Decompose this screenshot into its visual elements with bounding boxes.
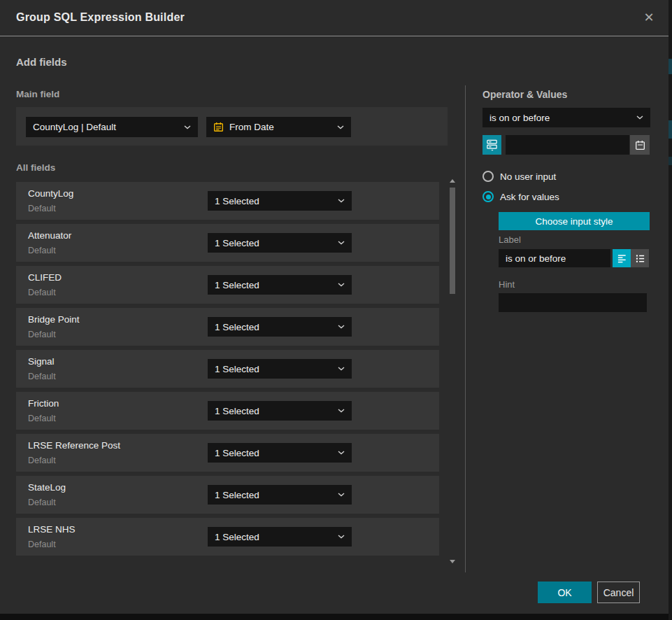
operator-values-heading: Operator & Values bbox=[482, 89, 567, 100]
field-row-sublabel: Default bbox=[28, 204, 56, 213]
choose-input-style-button[interactable]: Choose input style bbox=[499, 212, 650, 230]
field-row-sublabel: Default bbox=[28, 372, 56, 381]
title-bar: Group SQL Expression Builder ✕ bbox=[0, 0, 669, 36]
field-row-sublabel: Default bbox=[28, 330, 56, 339]
close-icon[interactable]: ✕ bbox=[641, 9, 657, 26]
operator-dropdown-value: is on or before bbox=[489, 113, 550, 123]
operator-dropdown[interactable]: is on or before bbox=[482, 108, 650, 127]
field-row: LRSE NHS Default 1 Selected bbox=[16, 518, 439, 556]
main-field-heading: Main field bbox=[16, 89, 59, 99]
chevron-down-icon bbox=[338, 409, 345, 413]
bullet-list-icon bbox=[635, 253, 645, 264]
label-caption: Label bbox=[499, 234, 521, 245]
scrollbar-up-arrow[interactable] bbox=[450, 179, 455, 183]
field-row-selected-value: 1 Selected bbox=[215, 532, 259, 542]
scrollbar-thumb[interactable] bbox=[450, 188, 455, 294]
vertical-divider bbox=[465, 85, 466, 572]
field-row-name: Attenuator bbox=[28, 230, 71, 241]
field-row-selected-value: 1 Selected bbox=[215, 448, 259, 458]
field-row-selected-dropdown[interactable]: 1 Selected bbox=[208, 275, 352, 295]
ok-button[interactable]: OK bbox=[538, 582, 592, 603]
field-row-sublabel: Default bbox=[28, 246, 56, 255]
radio-unselected-icon[interactable] bbox=[482, 171, 494, 182]
field-row-name: LRSE NHS bbox=[28, 524, 76, 535]
chevron-down-icon bbox=[338, 283, 345, 287]
field-row-selected-value: 1 Selected bbox=[215, 238, 259, 248]
background-app-bottom-edge bbox=[0, 614, 672, 620]
dialog-title: Group SQL Expression Builder bbox=[16, 11, 185, 24]
value-date-input[interactable] bbox=[506, 135, 629, 155]
all-fields-list: CountyLog Default 1 Selected Attenuator … bbox=[16, 182, 439, 560]
chevron-down-icon bbox=[338, 199, 345, 203]
field-row-name: CLIFED bbox=[28, 272, 62, 283]
field-row: StateLog Default 1 Selected bbox=[16, 476, 439, 514]
input-type-icon bbox=[486, 139, 498, 151]
chevron-down-icon bbox=[636, 115, 643, 120]
ask-for-values-option[interactable]: Ask for values bbox=[482, 191, 559, 202]
field-row-sublabel: Default bbox=[28, 414, 56, 423]
field-row-name: Signal bbox=[28, 356, 55, 367]
field-row-selected-value: 1 Selected bbox=[215, 280, 259, 290]
field-row-selected-dropdown[interactable]: 1 Selected bbox=[208, 485, 352, 505]
field-row-selected-value: 1 Selected bbox=[215, 364, 259, 374]
chevron-down-icon bbox=[338, 535, 345, 539]
field-row-selected-dropdown[interactable]: 1 Selected bbox=[208, 401, 352, 421]
label-input[interactable] bbox=[499, 249, 610, 267]
main-field-panel: CountyLog | Default From Date bbox=[16, 107, 448, 146]
field-row: LRSE Reference Post Default 1 Selected bbox=[16, 434, 439, 472]
field-row-selected-dropdown[interactable]: 1 Selected bbox=[208, 359, 352, 379]
field-row-selected-dropdown[interactable]: 1 Selected bbox=[208, 233, 352, 253]
chevron-down-icon bbox=[184, 125, 191, 129]
main-field-dropdown[interactable]: From Date bbox=[206, 117, 351, 137]
single-line-style-button[interactable] bbox=[613, 249, 631, 267]
calendar-icon bbox=[213, 122, 224, 132]
background-app-sliver bbox=[669, 59, 672, 74]
no-user-input-label[interactable]: No user input bbox=[500, 171, 556, 182]
chevron-down-icon bbox=[338, 325, 345, 329]
chevron-down-icon bbox=[338, 451, 345, 455]
field-row-selected-dropdown[interactable]: 1 Selected bbox=[208, 317, 352, 337]
field-row-name: Friction bbox=[28, 398, 59, 409]
chevron-down-icon bbox=[338, 241, 345, 245]
field-row: Attenuator Default 1 Selected bbox=[16, 224, 439, 262]
scrollbar-down-arrow[interactable] bbox=[450, 560, 455, 563]
align-left-icon bbox=[617, 253, 627, 264]
no-user-input-option[interactable]: No user input bbox=[482, 171, 556, 182]
background-app-sliver bbox=[669, 120, 672, 139]
all-fields-heading: All fields bbox=[16, 162, 55, 173]
main-layer-dropdown[interactable]: CountyLog | Default bbox=[26, 117, 198, 137]
field-row-name: Bridge Point bbox=[28, 314, 80, 325]
field-row-selected-value: 1 Selected bbox=[215, 490, 259, 500]
field-row: CountyLog Default 1 Selected bbox=[16, 182, 439, 220]
field-row-selected-value: 1 Selected bbox=[215, 406, 259, 416]
field-row-selected-value: 1 Selected bbox=[215, 196, 259, 206]
field-row-selected-value: 1 Selected bbox=[215, 322, 259, 332]
field-row-selected-dropdown[interactable]: 1 Selected bbox=[208, 527, 352, 547]
background-app-sliver bbox=[669, 157, 672, 165]
calendar-icon bbox=[635, 140, 645, 150]
main-field-dropdown-value: From Date bbox=[229, 122, 274, 132]
group-sql-expression-builder-dialog: Group SQL Expression Builder ✕ Add field… bbox=[0, 0, 672, 620]
chevron-down-icon bbox=[337, 125, 344, 129]
ask-for-values-label[interactable]: Ask for values bbox=[500, 192, 559, 202]
radio-selected-icon[interactable] bbox=[482, 191, 494, 202]
field-row: Bridge Point Default 1 Selected bbox=[16, 308, 439, 346]
field-row: Friction Default 1 Selected bbox=[16, 392, 439, 430]
cancel-button[interactable]: Cancel bbox=[597, 582, 640, 603]
field-row-sublabel: Default bbox=[28, 498, 56, 507]
hint-caption: Hint bbox=[499, 279, 515, 290]
hint-input[interactable] bbox=[499, 293, 647, 312]
field-row: Signal Default 1 Selected bbox=[16, 350, 439, 388]
chevron-down-icon bbox=[338, 493, 345, 497]
add-fields-heading: Add fields bbox=[16, 56, 67, 68]
field-row-name: StateLog bbox=[28, 482, 66, 493]
field-row-name: LRSE Reference Post bbox=[28, 440, 120, 451]
main-layer-dropdown-value: CountyLog | Default bbox=[33, 122, 116, 132]
field-row-sublabel: Default bbox=[28, 288, 56, 297]
field-row-selected-dropdown[interactable]: 1 Selected bbox=[208, 191, 352, 211]
date-picker-button[interactable] bbox=[630, 135, 650, 155]
input-type-button[interactable] bbox=[482, 135, 501, 155]
list-style-button[interactable] bbox=[631, 249, 649, 267]
field-row: CLIFED Default 1 Selected bbox=[16, 266, 439, 304]
field-row-selected-dropdown[interactable]: 1 Selected bbox=[208, 443, 352, 463]
